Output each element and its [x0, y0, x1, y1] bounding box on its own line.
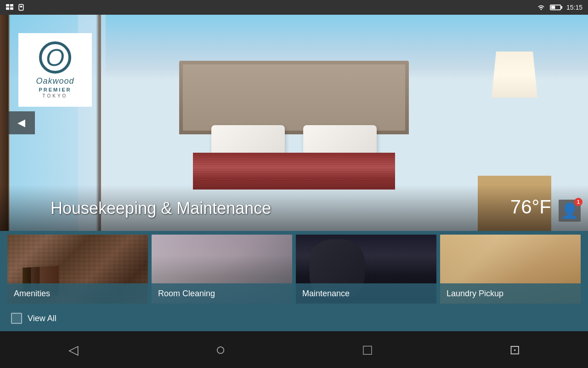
status-bar-left [6, 4, 25, 11]
room-cleaning-tile[interactable]: Room Cleaning [152, 235, 292, 304]
temperature-display: 76°F [510, 196, 551, 218]
logo-container[interactable]: Oakwood PREMIER TOKYO [18, 33, 92, 107]
main-container: Oakwood PREMIER TOKYO Housekeeping & Mai… [0, 15, 588, 345]
svg-rect-7 [561, 6, 563, 8]
back-button[interactable]: ◁ [60, 336, 87, 363]
bed-runner [193, 153, 395, 190]
prev-arrow[interactable] [7, 111, 35, 134]
room-cleaning-label: Room Cleaning [158, 289, 215, 299]
amenities-tile[interactable]: Amenities [7, 235, 148, 304]
amenities-label: Amenities [14, 289, 50, 299]
svg-rect-8 [551, 6, 555, 9]
home-button[interactable]: ○ [207, 336, 234, 363]
user-avatar[interactable]: 👤 1 [559, 200, 581, 222]
battery-icon [550, 4, 563, 11]
maintenance-tile[interactable]: Maintenance [296, 235, 436, 304]
tiles-container: Amenities Room Cleaning Maintenance Laun… [0, 231, 588, 307]
maintenance-label: Maintenance [302, 289, 350, 299]
wifi-icon [536, 4, 546, 11]
maintenance-label-bar: Maintenance [296, 283, 436, 304]
laundry-label-bar: Laundry Pickup [440, 283, 581, 304]
logo-circle [39, 41, 71, 74]
home-icon: ○ [215, 340, 226, 359]
svg-rect-5 [20, 6, 23, 7]
clock: 15:15 [566, 4, 582, 11]
logo-tagline: PREMIER [39, 87, 71, 92]
recent-button[interactable]: □ [354, 336, 381, 363]
back-icon: ◁ [68, 342, 79, 357]
laundry-label: Laundry Pickup [447, 289, 503, 299]
headboard [179, 61, 409, 134]
logo-brand: Oakwood [36, 76, 74, 86]
room-cleaning-label-bar: Room Cleaning [152, 283, 292, 304]
logo-location: TOKYO [43, 93, 68, 98]
status-bar-right: 15:15 [536, 4, 582, 11]
view-all-text[interactable]: View All [28, 314, 57, 323]
svg-rect-0 [6, 4, 9, 6]
lamp-shade [492, 52, 537, 98]
svg-rect-2 [6, 7, 9, 10]
amenities-label-bar: Amenities [7, 283, 148, 304]
screenshot-button[interactable]: ⊡ [501, 336, 528, 363]
view-all-container[interactable]: View All [0, 307, 588, 330]
svg-rect-3 [10, 7, 13, 10]
recent-icon: □ [363, 341, 372, 358]
notification-icon [6, 4, 14, 11]
notification-badge: 1 [574, 198, 582, 206]
svg-rect-1 [10, 4, 13, 6]
hero-title: Housekeeping & Maintenance [51, 199, 271, 218]
sim-icon [17, 4, 25, 11]
status-bar: 15:15 [0, 0, 588, 15]
bedside-lamp [496, 52, 533, 144]
laundry-tile[interactable]: Laundry Pickup [440, 235, 581, 304]
view-all-checkbox[interactable] [11, 313, 22, 324]
hero-banner: Oakwood PREMIER TOKYO Housekeeping & Mai… [0, 15, 588, 231]
screenshot-icon: ⊡ [509, 342, 520, 357]
nav-bar: ◁ ○ □ ⊡ [0, 331, 588, 368]
